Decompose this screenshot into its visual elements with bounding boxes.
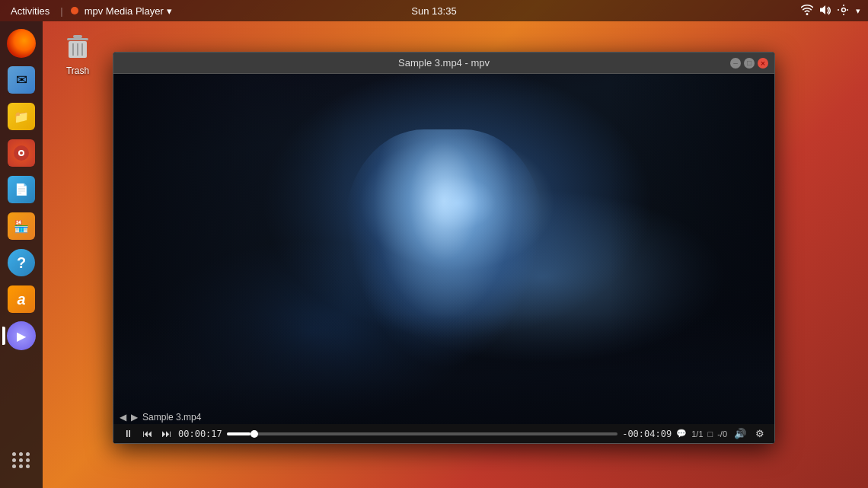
writer-icon: 📄: [8, 176, 35, 203]
music-icon: [8, 139, 35, 167]
svg-point-0: [842, 8, 846, 11]
progress-thumb: [251, 430, 258, 438]
appstore-icon: 🏪: [8, 212, 35, 240]
osd-settings-button[interactable]: ⚙: [753, 427, 767, 440]
system-menu-button[interactable]: ▾: [856, 6, 860, 16]
time-remaining: -00:04:09: [622, 429, 672, 439]
window-minimize-button[interactable]: –: [730, 58, 741, 69]
system-settings-icon[interactable]: [838, 5, 850, 18]
trash-icon: [61, 29, 94, 62]
activities-button[interactable]: Activities: [8, 5, 53, 17]
show-applications-button[interactable]: [5, 444, 37, 476]
sidebar-item-files[interactable]: 📁: [5, 100, 37, 132]
volume-icon[interactable]: [819, 5, 831, 18]
email-icon: ✉: [8, 66, 35, 94]
progress-bar[interactable]: [227, 432, 617, 435]
topbar-clock: Sun 13:35: [411, 5, 456, 17]
topbar: Activities | mpv Media Player ▾ Sun 13:3…: [0, 0, 868, 21]
video-frame: ◀ ▶ Sample 3.mp4 ⏸ ⏮ ⏭ 00:00:17: [113, 74, 774, 443]
topbar-right: ▾: [801, 5, 860, 18]
app-chevron[interactable]: ▾: [167, 5, 172, 17]
skip-forward-button[interactable]: ⏭: [159, 427, 174, 440]
sidebar-item-appstore[interactable]: 🏪: [5, 210, 37, 242]
next-file-button[interactable]: ▶: [131, 412, 138, 423]
mpv-osd-bar: ◀ ▶ Sample 3.mp4 ⏸ ⏮ ⏭ 00:00:17: [113, 410, 774, 443]
chapter-info: 1/1: [691, 429, 703, 439]
window-titlebar: Sample 3.mp4 - mpv – □ ×: [113, 53, 774, 74]
firefox-icon: [7, 29, 36, 58]
svg-rect-4: [67, 38, 88, 40]
window-close-button[interactable]: ×: [758, 58, 768, 69]
video-area[interactable]: ◀ ▶ Sample 3.mp4 ⏸ ⏮ ⏭ 00:00:17: [113, 74, 774, 443]
sidebar-item-help[interactable]: ?: [5, 247, 37, 279]
svg-rect-5: [73, 35, 82, 38]
help-icon: ?: [8, 249, 35, 276]
volume-button[interactable]: 🔊: [732, 427, 748, 440]
sidebar-item-email[interactable]: ✉: [5, 64, 37, 96]
apps-grid-icon: [12, 452, 30, 468]
trash-label: Trash: [66, 65, 89, 76]
ratio-label: □: [708, 429, 713, 439]
app-name-label: mpv Media Player: [85, 5, 164, 17]
osd-filename: Sample 3.mp4: [142, 412, 201, 423]
progress-fill: [227, 432, 251, 435]
app-dot: [71, 7, 78, 14]
sidebar-item-amazon[interactable]: a: [5, 283, 37, 315]
sidebar-item-mpv[interactable]: ▶: [5, 320, 37, 352]
osd-controls: ⏸ ⏮ ⏭ 00:00:17 -00:04:09: [113, 424, 774, 443]
prev-file-button[interactable]: ◀: [120, 412, 126, 423]
topbar-left: Activities | mpv Media Player ▾: [8, 5, 172, 17]
skip-back-button[interactable]: ⏮: [140, 427, 155, 440]
osd-filename-bar: ◀ ▶ Sample 3.mp4: [113, 410, 774, 424]
window-title: Sample 3.mp4 - mpv: [398, 57, 490, 69]
chapter-icon: 💬: [676, 429, 687, 439]
sidebar: ✉ 📁 📄 🏪 ?: [0, 21, 43, 488]
window-maximize-button[interactable]: □: [744, 58, 755, 69]
amazon-icon: a: [8, 285, 35, 313]
mpv-icon: ▶: [7, 321, 36, 350]
play-pause-button[interactable]: ⏸: [121, 427, 136, 440]
files-icon: 📁: [8, 103, 35, 130]
svg-point-3: [20, 152, 23, 155]
sidebar-item-firefox[interactable]: [5, 27, 37, 59]
sidebar-item-music[interactable]: [5, 137, 37, 169]
sidebar-item-writer[interactable]: 📄: [5, 174, 37, 206]
window-controls: – □ ×: [730, 58, 768, 69]
active-app-indicator: mpv Media Player ▾: [71, 5, 172, 17]
desktop-trash-icon[interactable]: Trash: [61, 29, 94, 76]
time-current: 00:00:17: [178, 429, 222, 439]
ratio-info: -/0: [717, 429, 727, 439]
mpv-window: Sample 3.mp4 - mpv – □ ×: [113, 52, 775, 444]
desktop: Activities | mpv Media Player ▾ Sun 13:3…: [0, 0, 868, 488]
topbar-separator: |: [60, 5, 62, 17]
wifi-icon[interactable]: [801, 5, 813, 18]
